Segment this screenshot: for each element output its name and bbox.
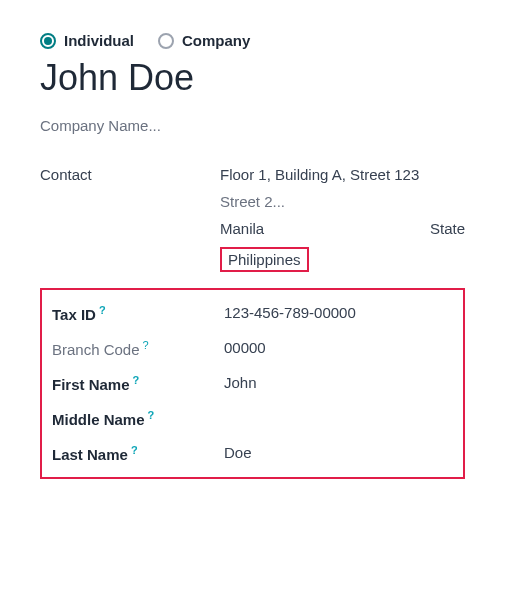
contact-label: Contact	[40, 166, 220, 183]
first-name-row: First Name? John	[52, 374, 453, 393]
tax-id-row: Tax ID? 123-456-789-00000	[52, 304, 453, 323]
address-block: Floor 1, Building A, Street 123 Street 2…	[220, 166, 465, 272]
branch-code-input[interactable]: 00000	[224, 339, 453, 356]
last-name-label-text: Last Name	[52, 446, 128, 463]
contact-address-row: Contact Floor 1, Building A, Street 123 …	[40, 166, 465, 272]
middle-name-row: Middle Name?	[52, 409, 453, 428]
company-name-input[interactable]: Company Name...	[40, 117, 465, 134]
state-input[interactable]: State	[430, 220, 465, 237]
tax-id-label-text: Tax ID	[52, 306, 96, 323]
help-icon[interactable]: ?	[133, 374, 140, 386]
city-input[interactable]: Manila	[220, 220, 264, 237]
radio-individual-label: Individual	[64, 32, 134, 49]
branch-code-label-text: Branch Code	[52, 341, 140, 358]
country-input[interactable]: Philippines	[220, 247, 309, 272]
first-name-label-text: First Name	[52, 376, 130, 393]
last-name-input[interactable]: Doe	[224, 444, 453, 461]
street2-input[interactable]: Street 2...	[220, 193, 465, 210]
radio-individual[interactable]: Individual	[40, 32, 134, 49]
radio-company-label: Company	[182, 32, 250, 49]
contact-form: Contact Floor 1, Building A, Street 123 …	[40, 166, 465, 479]
contact-type-selector: Individual Company	[40, 32, 465, 49]
street1-input[interactable]: Floor 1, Building A, Street 123	[220, 166, 465, 183]
middle-name-label-text: Middle Name	[52, 411, 145, 428]
radio-icon	[40, 33, 56, 49]
help-icon[interactable]: ?	[131, 444, 138, 456]
identity-fields-group: Tax ID? 123-456-789-00000 Branch Code? 0…	[40, 288, 465, 479]
last-name-label: Last Name?	[52, 444, 224, 463]
help-icon[interactable]: ?	[143, 339, 149, 351]
tax-id-label: Tax ID?	[52, 304, 224, 323]
help-icon[interactable]: ?	[99, 304, 106, 316]
radio-icon	[158, 33, 174, 49]
contact-name-heading[interactable]: John Doe	[40, 57, 465, 99]
tax-id-input[interactable]: 123-456-789-00000	[224, 304, 453, 321]
radio-company[interactable]: Company	[158, 32, 250, 49]
middle-name-label: Middle Name?	[52, 409, 224, 428]
first-name-input[interactable]: John	[224, 374, 453, 391]
first-name-label: First Name?	[52, 374, 224, 393]
last-name-row: Last Name? Doe	[52, 444, 453, 463]
branch-code-label: Branch Code?	[52, 339, 224, 358]
help-icon[interactable]: ?	[148, 409, 155, 421]
branch-code-row: Branch Code? 00000	[52, 339, 453, 358]
